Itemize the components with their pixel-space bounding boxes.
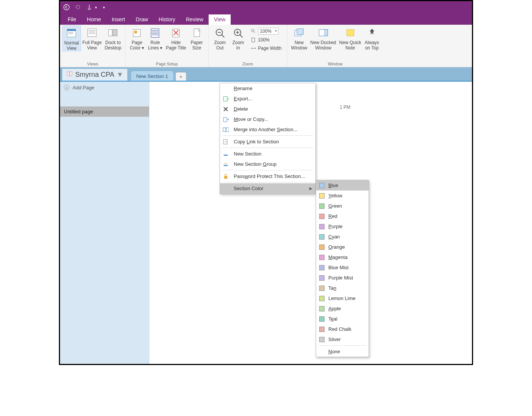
color-label: Cyan <box>328 234 340 240</box>
docked-window-button[interactable]: New Docked Window <box>309 25 338 51</box>
color-option[interactable]: Purple <box>316 221 369 232</box>
rename-icon <box>222 85 229 92</box>
menu-item[interactable]: Merge into Another Section... <box>220 124 315 135</box>
tab-review[interactable]: Review <box>180 14 209 25</box>
color-option[interactable]: Red <box>316 211 369 221</box>
svg-point-0 <box>64 5 69 10</box>
new-window-icon <box>293 27 306 39</box>
menu-separator <box>222 135 313 136</box>
color-option[interactable]: Orange <box>316 242 369 252</box>
undo-icon[interactable] <box>74 4 81 11</box>
quick-note-label: New Quick Note <box>339 40 361 51</box>
hide-title-button[interactable]: Hide Page Title <box>164 25 187 51</box>
quick-note-button[interactable]: New Quick Note <box>338 25 363 51</box>
add-section-button[interactable]: ＋ <box>176 72 186 81</box>
app-window: ▾ ▾ FileHomeInsertDrawHistoryReviewView … <box>59 0 473 365</box>
svg-rect-9 <box>109 30 112 36</box>
color-label: None <box>328 349 340 354</box>
color-swatch <box>319 316 325 322</box>
color-swatch <box>319 224 325 229</box>
section-tab[interactable]: New Section 1 <box>131 71 174 81</box>
normal-view-label: Normal View <box>64 40 79 51</box>
touch-dropdown-icon[interactable]: ▾ <box>95 5 97 10</box>
pin-button[interactable]: Always on Top <box>363 25 381 51</box>
section-color-submenu: BlueYellowGreenRedPurpleCyanOrangeMagent… <box>316 180 369 357</box>
dock-button[interactable]: Dock to Desktop <box>103 25 123 51</box>
tab-file[interactable]: File <box>62 14 82 25</box>
merge-icon <box>222 126 229 133</box>
touch-mode-icon[interactable] <box>86 4 93 11</box>
svg-rect-2 <box>67 29 76 31</box>
pin-label: Always on Top <box>365 40 379 51</box>
zoom-100-button[interactable]: 100% <box>249 36 283 44</box>
menu-label: Export... <box>234 96 252 102</box>
svg-rect-32 <box>347 30 354 36</box>
search-icon <box>250 28 256 34</box>
color-swatch <box>319 245 325 250</box>
full-page-button[interactable]: Full Page View <box>81 25 103 51</box>
back-icon[interactable] <box>63 4 70 11</box>
page-width-button[interactable]: Page Width <box>249 44 283 52</box>
menu-item[interactable]: Section Color▶ <box>220 183 315 194</box>
full-page-label: Full Page View <box>82 40 102 51</box>
tab-view[interactable]: View <box>209 14 231 25</box>
color-option[interactable]: Purple Mist <box>316 273 369 283</box>
color-option[interactable]: Teal <box>316 314 369 324</box>
customize-qat-icon[interactable]: ▾ <box>103 5 105 10</box>
zoom-value[interactable]: 100% <box>258 28 279 35</box>
add-page-label: Add Page <box>73 85 94 91</box>
color-swatch <box>319 327 325 332</box>
menu-item[interactable]: Rename <box>220 83 315 94</box>
menu-item[interactable]: Export... <box>220 94 315 104</box>
color-option[interactable]: Cyan <box>316 232 369 242</box>
hide-title-icon <box>169 27 182 39</box>
add-page-button[interactable]: + Add Page <box>60 82 149 94</box>
zoom-in-button[interactable]: Zoom In <box>229 25 247 51</box>
tab-draw[interactable]: Draw <box>130 14 154 25</box>
page-item[interactable]: Untitled page <box>60 106 149 117</box>
page-color-button[interactable]: Page Color ▾ <box>128 25 146 51</box>
color-option[interactable]: Magenta <box>316 252 369 262</box>
pin-icon <box>366 27 378 39</box>
menu-label: New Section <box>234 151 261 157</box>
page-color-icon <box>130 27 143 39</box>
menu-item[interactable]: New Section Group <box>220 159 315 169</box>
tab-home[interactable]: Home <box>82 14 106 25</box>
zoom-percent-field[interactable]: 100% <box>249 27 283 35</box>
ribbon-group-window: New WindowNew Docked WindowNew Quick Not… <box>287 25 383 67</box>
menu-item[interactable]: New Section <box>220 149 315 159</box>
ribbon-group-zoom: Zoom OutZoom In 100% 100% Page Width <box>209 25 287 67</box>
color-option[interactable]: None <box>316 346 369 357</box>
new-window-button[interactable]: New Window <box>290 25 309 51</box>
color-option[interactable]: Red Chalk <box>316 324 369 334</box>
color-option[interactable]: Blue <box>316 180 369 191</box>
normal-view-button[interactable]: Normal View <box>62 25 81 51</box>
rule-lines-button[interactable]: Rule Lines ▾ <box>146 25 164 51</box>
menu-item[interactable]: Copy Link to Section <box>220 137 315 147</box>
page-icon <box>250 37 256 43</box>
menu-label: Move or Copy... <box>234 116 268 122</box>
menu-label: Copy Link to Section <box>234 139 279 144</box>
tab-insert[interactable]: Insert <box>106 14 130 25</box>
color-swatch <box>319 203 325 209</box>
svg-line-23 <box>240 35 243 38</box>
group-label-zoom: Zoom <box>242 62 253 67</box>
color-option[interactable]: Silver <box>316 334 369 345</box>
color-option[interactable]: Tan <box>316 283 369 293</box>
menu-item[interactable]: Delete <box>220 104 315 114</box>
paper-size-button[interactable]: Paper Size <box>188 25 206 51</box>
menu-item[interactable]: Move or Copy... <box>220 114 315 124</box>
color-swatch <box>319 337 325 342</box>
color-option[interactable]: Apple <box>316 303 369 314</box>
ribbon-group-page-setup: Page Color ▾Rule Lines ▾Hide Page TitleP… <box>125 25 208 67</box>
color-option[interactable]: Lemon Lime <box>316 293 369 303</box>
notebook-picker[interactable]: Smyrna CPA ▼ <box>62 69 127 81</box>
color-option[interactable]: Green <box>316 201 369 211</box>
tab-history[interactable]: History <box>154 14 181 25</box>
menu-item[interactable]: Password Protect This Section... <box>220 171 315 181</box>
svg-rect-38 <box>224 176 227 179</box>
color-option[interactable]: Blue Mist <box>316 262 369 273</box>
zoom-in-icon <box>232 27 245 39</box>
zoom-out-button[interactable]: Zoom Out <box>211 25 229 51</box>
color-option[interactable]: Yellow <box>316 191 369 201</box>
